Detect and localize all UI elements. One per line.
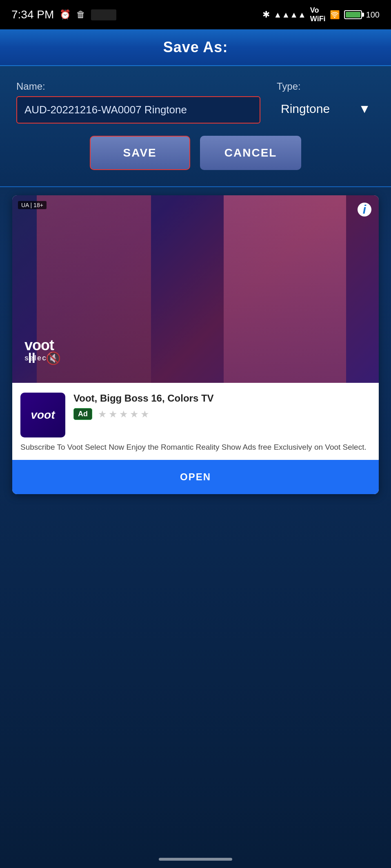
ad-details: voot Voot, Bigg Boss 16, Colors TV Ad ★ … (12, 383, 379, 442)
type-label: Type: (277, 81, 375, 92)
battery-icon (344, 10, 362, 19)
name-input[interactable] (17, 97, 260, 123)
status-bar: 7:34 PM ⏰ 🗑 ✱ ▲▲▲▲ VoWiFi 🛜 100 (0, 0, 391, 29)
star-2: ★ (109, 409, 118, 420)
dropdown-arrow-icon: ▼ (358, 102, 371, 116)
status-left: 7:34 PM ⏰ 🗑 (11, 8, 116, 21)
battery-percent: 100 (366, 10, 380, 20)
voot-thumbnail: voot (20, 393, 65, 437)
type-field-group: Type: Ringtone ▼ (277, 81, 375, 121)
dialog-buttons: SAVE CANCEL (16, 136, 375, 170)
name-label: Name: (16, 81, 260, 92)
mute-icon[interactable]: 🔇 (46, 351, 61, 365)
name-field-group: Name: (16, 81, 260, 124)
notification-icon: 🗑 (76, 9, 85, 20)
ad-stars: ★ ★ ★ ★ ★ (98, 409, 149, 420)
ad-card: UA | 18+ i voot selec ⏸ 🔇 voot Voot, Big… (12, 195, 379, 494)
ad-title: Voot, Bigg Boss 16, Colors TV (73, 393, 371, 404)
star-4: ★ (130, 409, 139, 420)
app-name (91, 9, 116, 20)
status-time: 7:34 PM (11, 8, 54, 21)
header-title: Save As: (163, 39, 228, 56)
ad-video-figure-right (224, 195, 346, 383)
ad-meta: Ad ★ ★ ★ ★ ★ (73, 408, 371, 420)
voot-thumb-text: voot (31, 409, 55, 422)
info-icon[interactable]: i (358, 203, 371, 216)
app-header: Save As: (0, 29, 391, 66)
status-right: ✱ ▲▲▲▲ VoWiFi 🛜 100 (262, 6, 380, 23)
type-select-value: Ringtone (281, 102, 330, 116)
type-select-wrapper[interactable]: Ringtone ▼ (277, 96, 375, 121)
ad-badge-label: Ad (73, 408, 92, 420)
dialog-fields-row: Name: Type: Ringtone ▼ (16, 81, 375, 124)
wifi-icon: 🛜 (330, 10, 340, 20)
signal-bars: ▲▲▲▲ (274, 10, 306, 20)
cancel-button[interactable]: CANCEL (200, 136, 302, 170)
home-indicator (159, 858, 232, 861)
pause-icon[interactable]: ⏸ (24, 349, 39, 367)
star-3: ★ (119, 409, 128, 420)
bluetooth-icon: ✱ (262, 9, 270, 20)
video-controls: ⏸ 🔇 (24, 349, 61, 367)
ad-video-container[interactable]: UA | 18+ i voot selec ⏸ 🔇 (12, 195, 379, 383)
ad-description: Subscribe To Voot Select Now Enjoy the R… (12, 442, 379, 460)
alarm-icon: ⏰ (60, 9, 71, 20)
star-5: ★ (140, 409, 149, 420)
save-button[interactable]: SAVE (90, 136, 190, 170)
dialog-area: Name: Type: Ringtone ▼ SAVE CANCEL (0, 66, 391, 187)
open-button[interactable]: OPEN (12, 460, 379, 494)
name-input-wrapper[interactable] (16, 96, 260, 124)
main-content: UA | 18+ i voot selec ⏸ 🔇 voot Voot, Big… (0, 187, 391, 868)
vo-wifi-label: VoWiFi (310, 6, 326, 23)
ua-badge: UA | 18+ (18, 201, 47, 209)
star-1: ★ (98, 409, 107, 420)
ad-info: Voot, Bigg Boss 16, Colors TV Ad ★ ★ ★ ★… (73, 393, 371, 424)
